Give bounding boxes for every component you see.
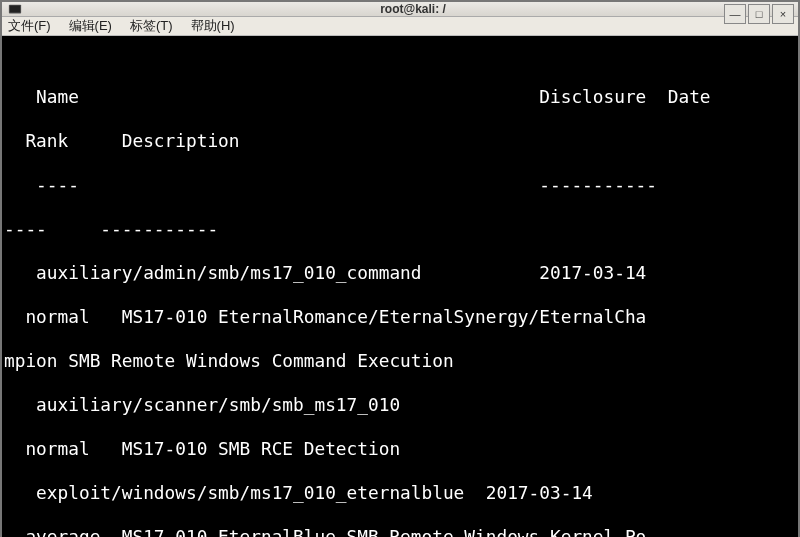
menu-file[interactable]: 文件(F) bbox=[8, 17, 51, 35]
menu-help[interactable]: 帮助(H) bbox=[191, 17, 235, 35]
close-button[interactable]: × bbox=[772, 4, 794, 24]
menu-edit[interactable]: 编辑(E) bbox=[69, 17, 112, 35]
menu-bar: 文件(F) 编辑(E) 标签(T) 帮助(H) bbox=[2, 17, 798, 36]
terminal-line: exploit/windows/smb/ms17_010_eternalblue… bbox=[4, 482, 796, 504]
maximize-button[interactable]: □ bbox=[748, 4, 770, 24]
terminal-line: normal MS17-010 SMB RCE Detection bbox=[4, 438, 796, 460]
minimize-button[interactable]: — bbox=[724, 4, 746, 24]
terminal-divider-1: ---- ----------- bbox=[4, 174, 796, 196]
terminal-header-2: Rank Description bbox=[4, 130, 796, 152]
svg-rect-1 bbox=[10, 6, 21, 13]
window-controls: — □ × bbox=[724, 4, 794, 24]
terminal-output[interactable]: Name Disclosure Date Rank Description --… bbox=[2, 36, 798, 537]
terminal-line: average MS17-010 EternalBlue SMB Remote … bbox=[4, 526, 796, 537]
terminal-divider-2: ---- ----------- bbox=[4, 218, 796, 240]
terminal-line: auxiliary/scanner/smb/smb_ms17_010 bbox=[4, 394, 796, 416]
terminal-line: auxiliary/admin/smb/ms17_010_command 201… bbox=[4, 262, 796, 284]
terminal-line: mpion SMB Remote Windows Command Executi… bbox=[4, 350, 796, 372]
terminal-line: normal MS17-010 EternalRomance/EternalSy… bbox=[4, 306, 796, 328]
app-menu-icon[interactable] bbox=[2, 2, 28, 16]
window-title: root@kali: / bbox=[28, 2, 798, 16]
menu-tabs[interactable]: 标签(T) bbox=[130, 17, 173, 35]
terminal-header-1: Name Disclosure Date bbox=[4, 86, 796, 108]
terminal-window: root@kali: / — □ × 文件(F) 编辑(E) 标签(T) 帮助(… bbox=[0, 0, 800, 537]
title-bar[interactable]: root@kali: / — □ × bbox=[2, 2, 798, 17]
